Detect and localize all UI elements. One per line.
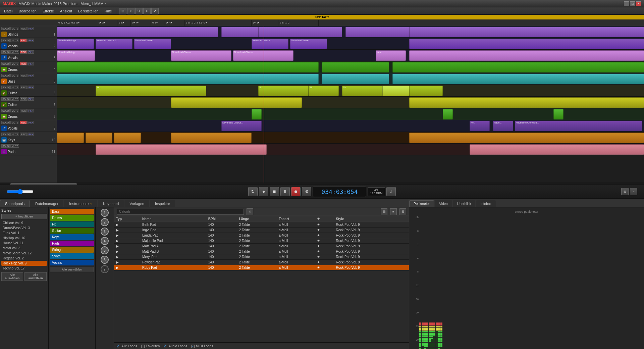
clip-vocals2-4[interactable]: Neverland Verse... — [252, 39, 288, 49]
filter-favoriten[interactable]: Favoriten — [141, 344, 160, 348]
star-1[interactable]: ★ — [315, 228, 334, 233]
track-row-5[interactable] — [57, 73, 644, 85]
style-item-5[interactable]: Metal Vol. 3 — [1, 246, 47, 251]
clip-keys10-1[interactable] — [57, 133, 84, 143]
fx-btn-9[interactable]: FX+ — [28, 121, 34, 124]
instr-item-synth[interactable]: Synth — [50, 253, 94, 259]
instr-item-keys[interactable]: Keys — [50, 234, 94, 240]
col-star[interactable]: ★ — [315, 216, 334, 222]
tonal-segment-4[interactable]: 5▾ 4▾ — [131, 20, 151, 26]
clip-vocals2-1[interactable]: Neverland bridge... — [57, 39, 94, 49]
styles-add-button[interactable]: + hinzufügen — [1, 214, 47, 219]
rec-btn-1[interactable]: REC — [20, 27, 27, 30]
clip-bass5-3[interactable] — [392, 74, 644, 84]
fx-btn-7[interactable]: FX+ — [28, 97, 34, 101]
rec-btn-7[interactable]: REC — [20, 97, 27, 101]
clip-keys10-3[interactable] — [114, 133, 141, 143]
clip-keys10-4[interactable] — [171, 133, 252, 143]
clip-pads11-1[interactable] — [96, 144, 267, 155]
rec-btn-2[interactable]: REC — [20, 39, 27, 42]
play-btn-5[interactable]: ▶ — [114, 249, 140, 254]
clip-guitar6-3[interactable]: Str... — [309, 86, 339, 96]
fx-btn-6[interactable]: FX+ — [28, 86, 34, 89]
styles-all-btn2[interactable]: Alle auswählen — [24, 272, 46, 281]
mute-btn-3[interactable]: MUTE — [10, 50, 19, 54]
style-item-4[interactable]: House Vol. 11 — [1, 241, 47, 246]
track-row-6[interactable]: Str... Str... Str... Str... — [57, 85, 644, 97]
star-6[interactable]: ★ — [315, 254, 334, 260]
loop-row-0[interactable]: ▶ Beth Pad 140 2 Takte a-Moll ★ Rock Pop… — [114, 222, 409, 228]
clip-vocals2-5[interactable]: Neverland Verse... — [290, 39, 327, 49]
style-item-8[interactable]: Rock Pop Vol. 9 — [1, 261, 47, 266]
tonal-segment-3[interactable]: 6-a▾ — [117, 20, 131, 26]
solo-btn-1[interactable]: SOLO — [1, 27, 10, 30]
col-name[interactable]: Name — [140, 216, 206, 222]
col-typ[interactable]: Typ — [114, 216, 140, 222]
clip-guitar7-1[interactable] — [171, 97, 302, 108]
clip-keys10-5[interactable] — [409, 133, 644, 143]
clip-drums4-3[interactable] — [392, 62, 644, 72]
track-row-10[interactable] — [57, 132, 644, 144]
clip-vocals3-4[interactable]: Neve... — [376, 50, 406, 61]
clip-vocals3-1[interactable]: Neverland bridge... — [57, 50, 95, 61]
pause-btn[interactable]: ⏸ — [280, 187, 290, 196]
filter-midi-loops[interactable]: MIDI Loops — [191, 344, 213, 348]
solo-btn-5[interactable]: SOLO — [1, 74, 10, 77]
track-row-7[interactable] — [57, 97, 644, 108]
level-4[interactable]: 4 — [101, 237, 109, 245]
tonal-segment-2[interactable]: 5▾ 3▾ — [97, 20, 117, 26]
star-3[interactable]: ★ — [315, 238, 334, 244]
loop-row-1[interactable]: ▶ Ingvi Pad 140 2 Takte a-Moll ★ Rock Po… — [114, 228, 409, 233]
instr-item-pads[interactable]: Pads — [50, 241, 94, 246]
play-btn-4[interactable]: ▶ — [114, 244, 140, 249]
fx-btn-8[interactable]: FX+ — [28, 109, 34, 112]
loops-search-input[interactable] — [117, 209, 244, 215]
fx-btn-4[interactable]: FX+ — [28, 62, 34, 65]
clip-guitar6-5[interactable] — [382, 86, 409, 96]
col-tonart[interactable]: Tonart — [277, 216, 315, 222]
track-row-2[interactable]: Neverland bridge... Neverland Verse 1...… — [57, 38, 644, 50]
play-btn-8[interactable]: ▶ — [114, 265, 140, 270]
play-btn-3[interactable]: ▶ — [114, 238, 140, 244]
solo-btn-10[interactable]: SOLO — [1, 133, 10, 136]
fx-btn-1[interactable]: FX+ — [28, 27, 34, 30]
clip-strings-3[interactable] — [258, 27, 342, 37]
clip-strings-5[interactable] — [409, 27, 644, 37]
clip-drums4-1[interactable] — [57, 62, 319, 72]
tab-keyboard[interactable]: Keyboard — [98, 200, 124, 207]
instr-item-fx[interactable]: Fx — [50, 221, 94, 227]
solo-btn-11[interactable]: SOLO — [1, 144, 10, 148]
tab-instrumente[interactable]: Instrumente ⚠ — [64, 200, 97, 207]
tonal-segment-7[interactable]: 6-a,-1-C,3-e,5-G▾ — [184, 20, 252, 26]
fx-btn-10[interactable]: FX+ — [28, 133, 34, 136]
instr-item-vocals[interactable]: Vocals — [50, 260, 94, 265]
fx-btn-3[interactable]: FX+ — [28, 50, 34, 54]
settings-btn[interactable]: ⚙ — [302, 187, 311, 196]
toolbar-btn-undo[interactable]: ↩ — [127, 8, 135, 14]
checkbox-audio-loops[interactable] — [164, 345, 167, 348]
loop-row-2[interactable]: ▶ Lauda Pad 140 2 Takte a-Moll ★ Rock Po… — [114, 233, 409, 238]
menu-item-datei[interactable]: Datei — [1, 8, 15, 14]
col-style[interactable]: Style — [334, 216, 409, 222]
loops-close-btn[interactable]: ✕ — [247, 208, 253, 215]
loops-icon-btn-3[interactable]: ⊞ — [399, 208, 406, 215]
clip-strings-1[interactable] — [57, 27, 218, 37]
solo-btn-4[interactable]: SOLO — [1, 62, 10, 65]
loop-row-5[interactable]: ▶ Matt Pad B 140 2 Takte a-Moll ★ Rock P… — [114, 249, 409, 254]
clip-bass5-2[interactable] — [322, 74, 389, 84]
star-2[interactable]: ★ — [315, 233, 334, 238]
loop-btn[interactable]: ↻ — [248, 187, 258, 196]
loop-row-7[interactable]: ▶ Powder Pad 140 2 Takte a-Moll ★ Rock P… — [114, 260, 409, 265]
mute-btn-5[interactable]: MUTE — [10, 74, 19, 77]
level-2[interactable]: 2 — [101, 218, 109, 226]
track-row-9[interactable]: Neverland Chorus... Ne... Neve... Neverl… — [57, 120, 644, 132]
style-item-9[interactable]: Techno Vol. 17 — [1, 266, 47, 271]
close-button[interactable]: ✕ — [636, 1, 641, 6]
play-btn-1[interactable]: ▶ — [114, 228, 140, 233]
playback-slider[interactable] — [7, 189, 34, 194]
grid-view-btn[interactable]: ⊞ — [621, 188, 629, 195]
mute-btn-10[interactable]: MUTE — [10, 133, 19, 136]
instr-item-drums[interactable]: Drums — [50, 215, 94, 221]
tab-inspektor[interactable]: Inspektor — [150, 200, 175, 207]
loops-icon-btn-1[interactable]: ⊟ — [381, 208, 387, 215]
